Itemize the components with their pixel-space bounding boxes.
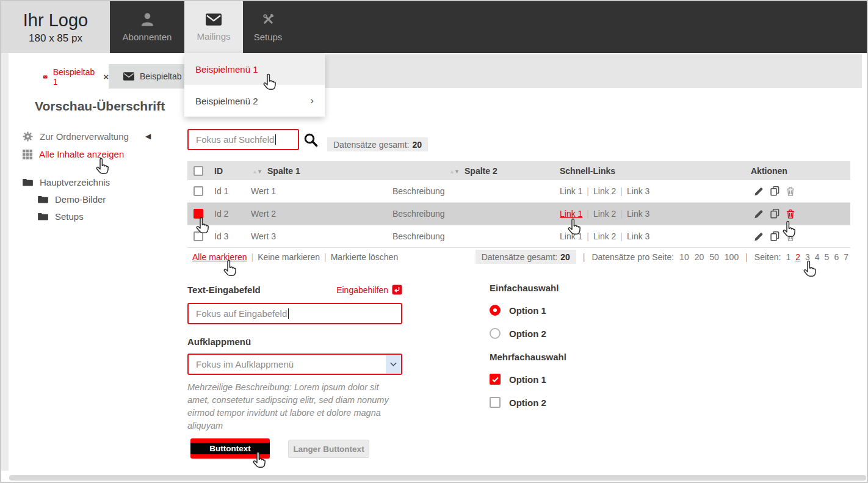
delete-selected-link[interactable]: Markierte löschen (331, 252, 399, 262)
radio-unchecked[interactable] (490, 328, 501, 339)
logo-title: Ihr Logo (23, 10, 88, 31)
select-all-checkbox[interactable] (193, 166, 203, 176)
cell-aktionen (754, 186, 795, 197)
page-number-4[interactable]: 4 (815, 252, 820, 262)
page-number-5[interactable]: 5 (825, 252, 830, 262)
nav-item-abonnenten[interactable]: Abonnenten (110, 1, 184, 53)
radio-option-2[interactable]: Option 2 (490, 328, 546, 339)
row-checkbox[interactable] (193, 186, 203, 196)
tab-beispieltab-1[interactable]: Beispieltab 1 × (35, 65, 109, 89)
quick-link-hovered[interactable]: Link 1 (560, 209, 582, 219)
delete-icon[interactable] (786, 186, 795, 196)
records-total-value: 20 (413, 140, 422, 150)
checkbox-option-1[interactable]: Option 1 (490, 374, 546, 385)
quick-link[interactable]: Link 1 (560, 186, 582, 196)
primary-button[interactable]: Buttontext (190, 438, 270, 459)
text-input[interactable]: Fokus auf Eingabefeld (187, 303, 402, 324)
column-header-spalte2[interactable]: Spalte 2 (465, 166, 497, 176)
row-checkbox-checked[interactable] (193, 209, 203, 219)
folder-tree-item-setups[interactable]: Setups (38, 211, 84, 222)
text-input-value: Fokus auf Eingabefeld (196, 308, 287, 319)
cell-id: Id 3 (214, 231, 228, 241)
radio-option-1[interactable]: Option 1 (490, 305, 546, 316)
cell-spalte1: Wert 1 (251, 186, 276, 196)
checkbox-checked[interactable] (490, 374, 501, 385)
tools-icon (261, 12, 275, 26)
checkbox-unchecked[interactable] (490, 397, 501, 408)
page-number-6[interactable]: 6 (834, 252, 839, 262)
nav-item-setups[interactable]: Setups (243, 1, 293, 53)
nav-label: Mailings (197, 31, 230, 42)
eingabehilfen-label: Eingabehilfen (336, 285, 388, 295)
cell-spalte1: Wert 2 (251, 209, 276, 219)
per-page-option-20[interactable]: 20 (695, 252, 704, 262)
quick-link[interactable]: Link 3 (627, 209, 649, 219)
copy-icon[interactable] (770, 186, 780, 197)
secondary-button[interactable]: Langer Buttontext (288, 440, 369, 458)
cell-aktionen (754, 231, 795, 242)
horizontal-scrollbar[interactable] (9, 475, 866, 481)
records-total-label: Datensätze gesamt: (333, 140, 410, 150)
eingabehilfen-link[interactable]: Eingabehilfen (336, 285, 402, 295)
checkbox-option-2[interactable]: Option 2 (490, 397, 546, 408)
nav-item-mailings[interactable]: Mailings (184, 1, 243, 53)
radio-checked[interactable] (490, 305, 501, 316)
search-input[interactable]: Fokus auf Suchfeld (187, 129, 299, 150)
select-arrow[interactable] (386, 355, 401, 374)
close-icon[interactable]: × (103, 71, 109, 82)
sidebar-collapse-icon[interactable]: ◀ (145, 132, 151, 140)
copy-icon[interactable] (770, 209, 780, 219)
edit-icon[interactable] (754, 231, 764, 241)
pagination: Datensätze gesamt: 20 | Datensätze pro S… (476, 250, 848, 264)
sort-icons-spalte2[interactable]: ▲▼ (449, 166, 463, 176)
mailings-dropdown-menu: Beispielmenü 1 Beispielmenü 2 › (184, 53, 325, 117)
quick-link[interactable]: Link 3 (627, 231, 649, 241)
dropdown-select[interactable]: Fokus im Aufklappmenü (187, 354, 402, 375)
table-row[interactable]: Id 1 Wert 1 Beschreibung Link 1|Link 2|L… (187, 180, 850, 203)
multi-select-heading: Mehrfachauswahl (490, 352, 566, 362)
row-checkbox[interactable] (193, 231, 203, 241)
page-number-3[interactable]: 3 (805, 252, 810, 262)
sidebar-item-label: Zur Ordnerverwaltung (40, 131, 129, 142)
user-icon (140, 12, 154, 26)
sidebar-item-ordnerverwaltung[interactable]: Zur Ordnerverwaltung (23, 131, 129, 142)
search-icon[interactable] (303, 133, 318, 147)
per-page-option-50[interactable]: 50 (709, 252, 719, 262)
records-total-value: 20 (560, 252, 570, 262)
menu-item-beispielmenu-1[interactable]: Beispielmenü 1 (184, 53, 325, 85)
column-header-id[interactable]: ID (214, 166, 223, 176)
sort-icons-spalte1[interactable]: ▲▼ (252, 166, 266, 176)
quick-link[interactable]: Link 3 (627, 186, 649, 196)
table-row[interactable]: Id 3 Wert 3 Beschreibung Link 1|Link 2|L… (187, 225, 850, 248)
edit-icon[interactable] (754, 209, 764, 219)
quick-link[interactable]: Link 2 (593, 209, 616, 219)
cell-spalte1: Wert 3 (251, 231, 276, 241)
select-none-link[interactable]: Keine markieren (258, 252, 320, 262)
submenu-arrow-icon: › (310, 95, 314, 107)
page-number-1[interactable]: 1 (786, 252, 790, 262)
table-row-selected[interactable]: Id 2 Wert 2 Beschreibung Link 1|Link 2|L… (187, 203, 850, 225)
menu-item-beispielmenu-2[interactable]: Beispielmenü 2 › (184, 85, 325, 117)
insert-placeholder-icon (392, 285, 402, 295)
column-header-spalte1[interactable]: Spalte 1 (267, 166, 300, 176)
delete-icon[interactable] (786, 231, 795, 241)
logo-subtitle: 180 x 85 px (29, 32, 82, 45)
edit-icon[interactable] (754, 186, 764, 196)
cell-spalte2: Beschreibung (392, 186, 445, 196)
page-number-2-current[interactable]: 2 (795, 252, 800, 262)
delete-icon-hovered[interactable] (786, 209, 795, 219)
select-all-link[interactable]: Alle markieren (192, 252, 247, 262)
page-title: Vorschau-Überschrift (35, 99, 165, 114)
quick-link[interactable]: Link 2 (593, 231, 616, 241)
primary-button-label: Buttontext (190, 443, 270, 454)
per-page-option-10[interactable]: 10 (679, 252, 689, 262)
copy-icon[interactable] (770, 231, 780, 242)
folder-tree-item-hauptverzeichnis[interactable]: Hauptverzeichnis (23, 177, 110, 187)
select-label: Aufklappmenü (187, 336, 251, 347)
folder-tree-item-demo-bilder[interactable]: Demo-Bilder (38, 194, 106, 205)
quick-link[interactable]: Link 2 (593, 186, 616, 196)
page-number-7[interactable]: 7 (844, 252, 848, 262)
per-page-option-100[interactable]: 100 (725, 252, 739, 262)
quick-link[interactable]: Link 1 (560, 231, 582, 241)
sidebar-item-alle-inhalte[interactable]: Alle Inhalte anzeigen (23, 149, 124, 159)
